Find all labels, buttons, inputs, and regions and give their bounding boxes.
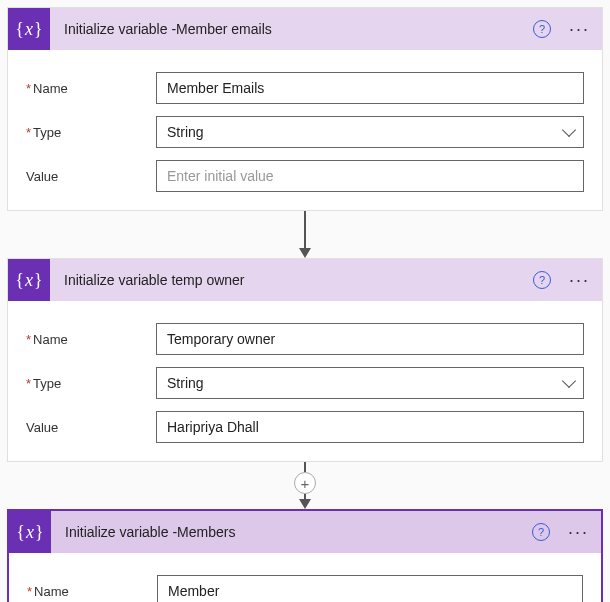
- help-icon[interactable]: ?: [533, 271, 551, 289]
- name-label: Name: [26, 81, 156, 96]
- card-header[interactable]: x Initialize variable temp owner ? ···: [8, 259, 602, 301]
- connector: [7, 211, 603, 258]
- type-label: Type: [26, 376, 156, 391]
- action-card-members: x Initialize variable -Members ? ··· Nam…: [7, 509, 603, 602]
- card-header[interactable]: x Initialize variable -Member emails ? ·…: [8, 8, 602, 50]
- variable-icon: x: [8, 259, 50, 301]
- type-select[interactable]: [156, 116, 584, 148]
- card-title: Initialize variable -Member emails: [50, 21, 533, 37]
- add-step-button[interactable]: +: [294, 472, 316, 494]
- type-select[interactable]: [156, 367, 584, 399]
- value-label: Value: [26, 169, 156, 184]
- more-icon[interactable]: ···: [565, 270, 594, 291]
- card-body: Name Type Value: [8, 301, 602, 461]
- variable-icon: x: [9, 511, 51, 553]
- connector-line: [304, 462, 306, 472]
- card-header[interactable]: x Initialize variable -Members ? ···: [9, 511, 601, 553]
- variable-icon: x: [8, 8, 50, 50]
- action-card-member-emails: x Initialize variable -Member emails ? ·…: [7, 7, 603, 211]
- connector-line: [304, 211, 306, 249]
- help-icon[interactable]: ?: [533, 20, 551, 38]
- more-icon[interactable]: ···: [565, 19, 594, 40]
- type-label: Type: [26, 125, 156, 140]
- name-label: Name: [27, 584, 157, 599]
- arrow-down-icon: [299, 499, 311, 509]
- name-input[interactable]: [156, 323, 584, 355]
- action-card-temp-owner: x Initialize variable temp owner ? ··· N…: [7, 258, 603, 462]
- name-input[interactable]: [157, 575, 583, 602]
- card-body: Name Type Value: [9, 553, 601, 602]
- arrow-down-icon: [299, 248, 311, 258]
- name-input[interactable]: [156, 72, 584, 104]
- card-title: Initialize variable temp owner: [50, 272, 533, 288]
- value-input[interactable]: [156, 411, 584, 443]
- card-body: Name Type Value: [8, 50, 602, 210]
- help-icon[interactable]: ?: [532, 523, 550, 541]
- more-icon[interactable]: ···: [564, 522, 593, 543]
- value-input[interactable]: [156, 160, 584, 192]
- card-title: Initialize variable -Members: [51, 524, 532, 540]
- name-label: Name: [26, 332, 156, 347]
- value-label: Value: [26, 420, 156, 435]
- connector: +: [7, 462, 603, 509]
